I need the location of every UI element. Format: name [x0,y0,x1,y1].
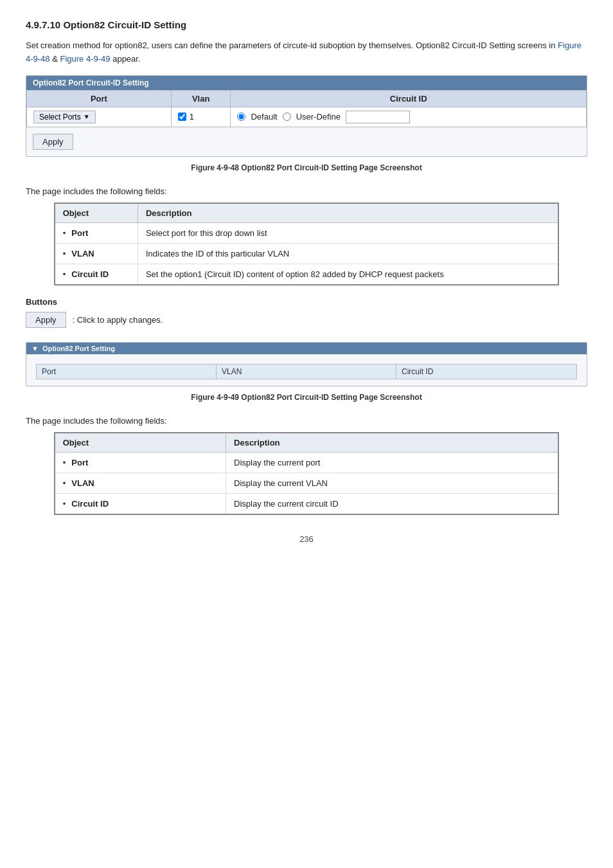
obj2-vlan: • VLAN [55,473,226,493]
apply-button-main[interactable]: Apply [26,312,66,328]
figure-48-title: Option82 Port Circuit-ID Setting [33,78,149,87]
figure-48-title-bar: Option82 Port Circuit-ID Setting [26,76,587,90]
select-ports-label: Select Ports [39,113,81,122]
intro-text: Set creation method for option82, users … [26,41,555,50]
circuit-id-input[interactable] [346,111,410,123]
table-row: • Port Display the current port [55,452,559,473]
figure-48-caption-text: Figure 4-9-48 Option82 Port Circuit-ID S… [191,163,422,172]
desc-table-49: Object Description • Port Display the cu… [54,432,560,515]
figure-49-col-circuit-id: Circuit ID [396,365,576,379]
port-cell: Select Ports ▼ [27,107,172,127]
figure-49-col-port: Port [37,365,217,379]
table-row: • VLAN Display the current VLAN [55,473,559,493]
obj2-circuit-id: • Circuit ID [55,493,226,514]
figure-49-title: Option82 Port Setting [42,345,115,352]
figure-49-box: ▼ Option82 Port Setting Port VLAN Circui… [26,342,587,386]
intro-paragraph: Set creation method for option82, users … [26,39,587,66]
intro-mid: & [52,54,60,64]
buttons-section: Buttons Apply : Click to apply changes. [26,297,587,328]
obj-circuit-id: • Circuit ID [55,264,138,285]
table-row: • VLAN Indicates the ID of this particul… [55,243,559,264]
figure-49-row: Port VLAN Circuit ID [36,364,577,379]
desc-vlan: Indicates the ID of this particular VLAN [138,243,558,264]
desc-table-49-col-description: Description [226,433,559,453]
desc-circuit-id: Set the option1 (Circuit ID) content of … [138,264,558,285]
desc-table-49-col-object: Object [55,433,226,453]
figure-48-table: Port Vlan Circuit ID Select Ports ▼ 1 [26,90,587,127]
figure-49-caption-text: Figure 4-9-49 Option82 Port Circuit-ID S… [191,393,422,402]
buttons-section-title: Buttons [26,297,587,307]
section-title: 4.9.7.10 Option82 Circuit-ID Setting [26,19,587,30]
desc2-port: Display the current port [226,452,559,473]
figure-48-box: Option82 Port Circuit-ID Setting Port Vl… [26,75,587,157]
desc2-vlan: Display the current VLAN [226,473,559,493]
table-row: • Circuit ID Set the option1 (Circuit ID… [55,264,559,285]
obj-vlan: • VLAN [55,243,138,264]
desc-table-48: Object Description • Port Select port fo… [54,203,560,285]
table48-intro: The page includes the following fields: [26,186,587,196]
figure-49-col-vlan: VLAN [217,365,396,379]
table-row: • Port Select port for this drop down li… [55,222,559,243]
col-circuit-id-header: Circuit ID [231,90,587,107]
dropdown-arrow-icon: ▼ [84,113,90,120]
page-number: 236 [26,534,587,544]
col-vlan-header: Vlan [171,90,231,107]
col-port-header: Port [27,90,172,107]
figure-49-title-arrow: ▼ [31,345,39,352]
buttons-row: Apply : Click to apply changes. [26,312,587,328]
figure-49-content: Port VLAN Circuit ID [26,354,587,386]
desc-table-48-col-description: Description [138,203,558,223]
obj-port: • Port [55,222,138,243]
vlan-checkbox[interactable] [178,113,186,121]
desc-table-48-col-object: Object [55,203,138,223]
desc2-circuit-id: Display the current circuit ID [226,493,559,514]
figure-49-caption: Figure 4-9-49 Option82 Port Circuit-ID S… [26,393,587,402]
vlan-value: 1 [190,112,194,122]
table-row: • Circuit ID Display the current circuit… [55,493,559,514]
intro-end: appear. [112,54,140,64]
radio-default[interactable] [237,113,245,121]
figure-49-title-bar: ▼ Option82 Port Setting [26,343,587,354]
table49-intro: The page includes the following fields: [26,416,587,426]
desc-port: Select port for this drop down list [138,222,558,243]
circuit-id-cell: Default User-Define [231,107,587,127]
figure-48-caption: Figure 4-9-48 Option82 Port Circuit-ID S… [26,163,587,172]
radio-user-define-label: User-Define [296,112,341,122]
obj2-port: • Port [55,452,226,473]
radio-user-define[interactable] [283,113,291,121]
apply-button-48[interactable]: Apply [33,134,73,150]
vlan-cell: 1 [171,107,231,127]
radio-default-label: Default [251,112,277,122]
figure-link-49[interactable]: Figure 4-9-49 [60,54,111,64]
apply-description: : Click to apply changes. [73,315,163,325]
select-ports-button[interactable]: Select Ports ▼ [33,111,96,123]
